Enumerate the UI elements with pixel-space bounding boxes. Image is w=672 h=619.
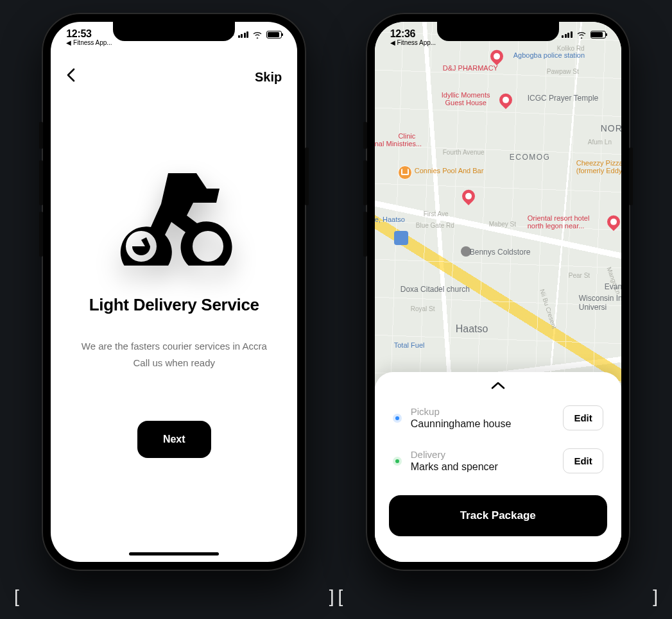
screen-tracking: D&J PHARMACY Agbogba police station Pawp… <box>375 22 621 562</box>
map-pin-hotel-icon[interactable] <box>605 213 621 231</box>
page-subtitle: We are the fasters courier services in A… <box>56 338 293 371</box>
notch <box>113 22 235 41</box>
map-label: Doxa Citadel church <box>401 285 470 294</box>
back-button[interactable] <box>66 68 75 86</box>
map-label: Pear St <box>569 272 590 279</box>
device-onboarding: 12:53 ◀ Fitness App... Skip <box>18 13 331 603</box>
phone-frame: 12:53 ◀ Fitness App... Skip <box>42 13 306 571</box>
pickup-row: Pickup Caunninghame house Edit <box>389 396 607 439</box>
map-label: Mabey St <box>489 221 516 228</box>
pickup-value: Caunninghame house <box>411 418 555 430</box>
status-back-app[interactable]: ◀ Fitness App... <box>66 39 112 46</box>
home-indicator[interactable] <box>129 552 219 555</box>
track-package-button[interactable]: Track Package <box>389 495 607 536</box>
delivery-value: Marks and spencer <box>411 461 555 473</box>
chevron-up-icon <box>491 381 505 390</box>
map-label: Mango Ln <box>605 266 621 296</box>
edit-delivery-button[interactable]: Edit <box>563 448 603 473</box>
map-label: Evan <box>605 282 621 291</box>
map-label: Royal St <box>411 305 435 312</box>
next-button[interactable]: Next <box>137 421 211 458</box>
phone-frame: D&J PHARMACY Agbogba police station Pawp… <box>366 13 630 571</box>
map-label: Bennys Coldstore <box>470 248 531 257</box>
skip-button[interactable]: Skip <box>255 70 282 85</box>
pickup-label: Pickup <box>411 406 555 417</box>
delivery-dot-icon <box>393 457 402 466</box>
status-time: 12:53 <box>66 28 91 40</box>
edit-pickup-button[interactable]: Edit <box>563 405 603 430</box>
map-label: Afum Ln <box>588 139 612 146</box>
motorbike-logo-icon <box>107 169 241 266</box>
map-label: Blue Gate Rd <box>416 222 454 229</box>
delivery-row: Delivery Marks and spencer Edit <box>389 439 607 482</box>
map-pin-poi-icon[interactable] <box>461 246 471 257</box>
chevron-left-icon <box>66 68 75 82</box>
map-label: Fourth Avenue <box>443 149 485 156</box>
map-label: ECOMOG <box>510 153 551 162</box>
page-title: Light Delivery Service <box>89 295 259 315</box>
map-pin-food-icon[interactable] <box>398 165 412 180</box>
map-label: Oriental resort hotel north legon near..… <box>528 214 590 230</box>
wifi-icon <box>252 31 263 38</box>
corner-bracket: [ <box>338 586 343 607</box>
map-pin-hospital-icon[interactable] <box>460 187 478 205</box>
notch <box>437 22 559 41</box>
corner-bracket: [ <box>14 586 19 607</box>
map-pin-shop-icon[interactable] <box>394 231 408 245</box>
map-label: Nii Bu Cresent <box>538 288 558 330</box>
battery-icon <box>266 31 282 38</box>
battery-icon <box>590 31 606 38</box>
map-label: NOR <box>601 123 621 133</box>
map-label: Wisconsin In Universi <box>579 294 621 312</box>
device-tracking: D&J PHARMACY Agbogba police station Pawp… <box>342 13 655 603</box>
map-pin-guesthouse-icon[interactable] <box>497 91 515 109</box>
pickup-dot-icon <box>393 414 402 423</box>
map-label: D&J PHARMACY <box>443 64 498 72</box>
status-back-app[interactable]: ◀ Fitness App... <box>390 39 436 46</box>
map-label: Pawpaw St <box>547 68 579 75</box>
map-label: Haatso <box>456 323 488 335</box>
cellular-signal-icon <box>562 31 573 38</box>
corner-bracket: ] <box>329 586 334 607</box>
wifi-icon <box>576 31 587 38</box>
map-label: Cheezzy Pizza H (formerly Eddys… <box>576 159 621 174</box>
screen-onboarding: 12:53 ◀ Fitness App... Skip <box>51 22 297 562</box>
corner-bracket: ] <box>653 586 658 607</box>
cellular-signal-icon <box>238 31 249 38</box>
status-time: 12:36 <box>390 28 415 40</box>
map-label: ICGC Prayer Temple <box>528 94 598 103</box>
delivery-label: Delivery <box>411 449 555 460</box>
map-label: e, Haatso <box>375 216 405 223</box>
onboarding-content: Light Delivery Service We are the faster… <box>51 22 297 562</box>
bottom-sheet[interactable]: Pickup Caunninghame house Edit Delivery … <box>375 372 621 562</box>
map-label: Connies Pool And Bar <box>415 167 484 174</box>
map-label: Idyllic Moments Guest House <box>442 91 490 106</box>
top-nav: Skip <box>51 63 297 91</box>
sheet-handle[interactable] <box>389 381 607 390</box>
map-label: First Ave <box>424 210 449 217</box>
map-label: Total Fuel <box>394 341 425 349</box>
map-label: Clinic nal Ministries... <box>375 132 422 148</box>
